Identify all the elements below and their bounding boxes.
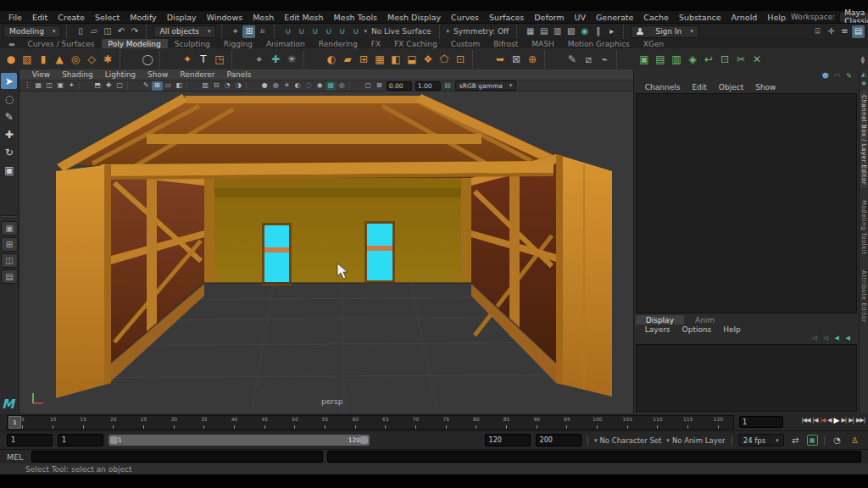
layout-single-pane[interactable]: ▣ bbox=[1, 221, 18, 236]
layer-editor-tab[interactable]: Anim bbox=[685, 315, 725, 324]
animation-end-field[interactable]: 200 bbox=[536, 434, 581, 446]
lasso-select-tool[interactable]: ◌ bbox=[1, 91, 17, 107]
sidebar-vertical-tab[interactable]: Channel Box / Layer Editor bbox=[860, 92, 867, 188]
go-to-start-button[interactable]: |◀◀ bbox=[800, 417, 810, 424]
layer-editor-menu-item[interactable]: Help bbox=[717, 325, 747, 334]
playback-start-field[interactable]: 1 bbox=[58, 434, 103, 446]
menu-item[interactable]: Surfaces bbox=[484, 13, 529, 22]
selection-mask-dropdown[interactable]: All objects ▾ bbox=[153, 25, 216, 38]
rotate-tool[interactable]: ↻ bbox=[1, 144, 17, 160]
command-line-language-toggle[interactable]: MEL bbox=[7, 452, 27, 462]
animation-start-field[interactable]: 1 bbox=[7, 434, 53, 446]
grid-toggle-icon[interactable]: ⊞ bbox=[152, 81, 163, 91]
layer-list-empty-area[interactable] bbox=[636, 344, 857, 412]
safe-title-icon[interactable]: ◑ bbox=[233, 81, 244, 91]
panel-menu-item[interactable]: Show bbox=[142, 70, 174, 79]
animation-clock-icon[interactable]: ◔ bbox=[831, 434, 843, 446]
cut-tool-icon[interactable]: ⌁ bbox=[597, 51, 612, 68]
view-transform-dropdown[interactable]: sRGB gamma ▾ bbox=[455, 80, 517, 91]
gate-mask-icon[interactable]: ▥ bbox=[200, 81, 211, 91]
select-camera-icon[interactable]: ▦ bbox=[33, 81, 44, 91]
playback-end-field[interactable]: 120 bbox=[485, 434, 531, 446]
poly-cylinder-icon[interactable]: ▮ bbox=[36, 51, 51, 68]
sidebar-vertical-tab[interactable]: Attribute Editor bbox=[860, 267, 867, 326]
nurbs-circle-icon[interactable]: ◯ bbox=[140, 51, 155, 68]
symmetry-status[interactable]: Symmetry: Off bbox=[451, 27, 511, 36]
range-start-handle[interactable] bbox=[110, 436, 118, 444]
isolate-select-icon[interactable]: ◻ bbox=[363, 81, 374, 91]
quad-draw-icon[interactable]: ▣ bbox=[637, 51, 652, 68]
oversample-icon[interactable]: ▢ bbox=[114, 81, 125, 91]
workspace-dropdown[interactable]: Maya Classic* ▾ bbox=[839, 12, 868, 23]
menu-item[interactable]: Modify bbox=[125, 13, 161, 22]
undo-icon[interactable]: ↶ bbox=[114, 25, 127, 38]
playblast-icon[interactable]: ◉ bbox=[578, 25, 591, 38]
current-frame-marker[interactable]: 1 bbox=[8, 416, 21, 429]
open-scene-icon[interactable]: ▱ bbox=[87, 25, 100, 38]
grip-icon[interactable]: ⋮ bbox=[22, 81, 33, 91]
image-plane-icon[interactable]: ⬒ bbox=[92, 81, 103, 91]
render-view-icon[interactable]: ▧ bbox=[565, 25, 577, 38]
channel-box-empty-area[interactable] bbox=[636, 93, 857, 313]
play-backwards-button[interactable]: ◀ bbox=[826, 417, 832, 424]
scale-tool[interactable]: ▣ bbox=[1, 162, 17, 178]
sidebar-vertical-tab[interactable]: Modeling Toolkit bbox=[860, 197, 867, 258]
sculpt-icon[interactable]: ⊕ bbox=[525, 51, 540, 68]
channel-edit-icon[interactable]: ✎ bbox=[844, 72, 854, 80]
mirror-icon[interactable]: ➥ bbox=[492, 51, 508, 68]
layout-two-pane[interactable]: ◫ bbox=[1, 253, 18, 268]
move-tool[interactable]: ✚ bbox=[1, 126, 17, 142]
shelf-menu-icon[interactable]: ▬ bbox=[3, 41, 20, 48]
menu-set-dropdown[interactable]: Modeling ▾ bbox=[3, 25, 61, 38]
snap-curve-icon[interactable]: ∪ bbox=[295, 25, 308, 38]
shelf-tab[interactable]: Animation bbox=[259, 39, 312, 48]
poly-cone-icon[interactable]: ▲ bbox=[52, 51, 67, 68]
redo-icon[interactable]: ↷ bbox=[128, 25, 141, 38]
shelf-tab[interactable]: XGen bbox=[637, 39, 670, 48]
layer-editor-menu-item[interactable]: Options bbox=[676, 325, 718, 334]
multisample-icon[interactable]: ▦ bbox=[326, 81, 337, 91]
range-slider[interactable]: 1 120 bbox=[108, 435, 370, 446]
command-input-field[interactable] bbox=[31, 451, 323, 463]
sign-in-button[interactable]: Sign In ▾ bbox=[631, 25, 698, 38]
new-layer-from-selected-icon[interactable]: ◀ bbox=[843, 335, 852, 342]
shelf-tab[interactable]: Poly Modeling bbox=[102, 39, 168, 48]
shelf-tab[interactable]: Sculpting bbox=[168, 39, 217, 48]
menu-item[interactable]: Generate bbox=[591, 13, 638, 22]
snap-point-icon[interactable]: ∪ bbox=[309, 25, 321, 38]
layer-editor-menu-item[interactable]: Layers bbox=[639, 325, 676, 334]
target-weld-icon[interactable]: ▥ bbox=[669, 51, 684, 68]
field-chart-icon[interactable]: ⊟ bbox=[211, 81, 222, 91]
poly-torus-icon[interactable]: ◎ bbox=[68, 51, 83, 68]
time-slider-ruler[interactable]: 5101520253035404550556065707580859095100… bbox=[7, 415, 734, 430]
command-result-field[interactable] bbox=[327, 451, 861, 463]
select-object-icon[interactable]: ⊞ bbox=[242, 25, 255, 38]
menu-item[interactable]: Create bbox=[53, 13, 90, 22]
boolean-difference-icon[interactable]: ⬓ bbox=[404, 51, 420, 68]
smooth-icon[interactable]: ▦ bbox=[372, 51, 387, 68]
step-back-frame-button[interactable]: |◀ bbox=[812, 417, 819, 424]
extrude-icon[interactable]: ❖ bbox=[420, 51, 436, 68]
select-component-icon[interactable]: ⌗ bbox=[256, 25, 269, 38]
layer-move-up-icon[interactable]: ◁ bbox=[810, 335, 819, 342]
lattice-icon[interactable]: ⊠ bbox=[509, 51, 524, 68]
construction-aim-icon[interactable]: ⌖ bbox=[252, 51, 267, 68]
pin-panel-icon[interactable]: ◭ bbox=[860, 71, 868, 79]
step-forward-key-button[interactable]: ▶| bbox=[840, 417, 847, 424]
super-shape-icon[interactable]: ✦ bbox=[180, 51, 195, 68]
color-management-icon[interactable]: ▤ bbox=[442, 81, 453, 91]
menu-item[interactable]: Substance bbox=[674, 13, 726, 22]
svg-tool-icon[interactable]: ◳ bbox=[212, 51, 227, 68]
layer-move-down-icon[interactable]: ◁ bbox=[821, 335, 830, 342]
bookmark-icon[interactable]: ✦ bbox=[66, 81, 77, 91]
pause-icon[interactable]: ‖ bbox=[592, 25, 604, 38]
shelf-tab[interactable]: Bifrost bbox=[487, 39, 525, 48]
menu-item[interactable]: Mesh bbox=[248, 13, 279, 22]
bridge-icon[interactable]: ⊡ bbox=[453, 51, 468, 68]
menu-item[interactable]: Cache bbox=[638, 13, 674, 22]
menu-item[interactable]: Windows bbox=[202, 13, 248, 22]
step-forward-frame-button[interactable]: ▶| bbox=[848, 417, 854, 424]
shelf-scroll-arrows[interactable]: ▲▼ bbox=[860, 55, 865, 64]
layer-editor-tab[interactable]: Display bbox=[636, 315, 684, 324]
poly-disc-icon[interactable]: ✱ bbox=[100, 51, 115, 68]
